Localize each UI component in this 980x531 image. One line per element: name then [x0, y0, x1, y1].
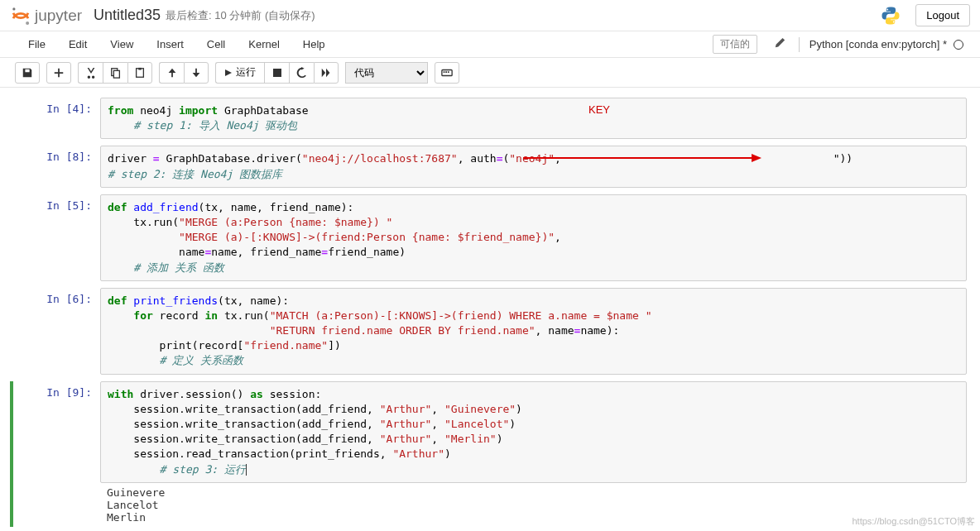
code-cell[interactable]: In [4]:from neo4j import GraphDatabase #…	[13, 98, 967, 139]
svg-marker-14	[752, 154, 761, 162]
menu-help[interactable]: Help	[291, 33, 337, 55]
cell-input[interactable]: from neo4j import GraphDatabase # step 1…	[100, 98, 967, 139]
kernel-name[interactable]: Python [conda env:pytorch] *	[809, 38, 947, 50]
svg-rect-7	[138, 67, 142, 69]
svg-point-1	[26, 21, 29, 24]
restart-button[interactable]	[289, 62, 314, 84]
menu-edit[interactable]: Edit	[57, 33, 98, 55]
cell-input[interactable]: def add_friend(tx, name, friend_name): t…	[100, 194, 967, 281]
cell-input[interactable]: driver = GraphDatabase.driver("neo4j://l…	[100, 146, 967, 187]
code-cell[interactable]: In [9]:with driver.session() as session:…	[10, 381, 967, 527]
logo[interactable]: jupyter	[10, 5, 82, 26]
run-all-button[interactable]	[314, 62, 339, 84]
menu-insert[interactable]: Insert	[145, 33, 195, 55]
code-cell[interactable]: In [8]:driver = GraphDatabase.driver("ne…	[13, 146, 967, 187]
run-button[interactable]: 运行	[215, 62, 264, 84]
divider	[799, 37, 800, 52]
svg-rect-8	[273, 69, 281, 77]
svg-point-2	[887, 8, 889, 10]
notebook-area: In [4]:from neo4j import GraphDatabase #…	[0, 88, 980, 531]
trusted-badge[interactable]: 可信的	[713, 35, 757, 54]
checkpoint-status: 最后检查: 10 分钟前 (自动保存)	[166, 8, 315, 23]
svg-point-0	[12, 7, 15, 10]
code-cell[interactable]: In [6]:def print_friends(tx, name): for …	[13, 288, 967, 375]
cell-prompt: In [9]:	[13, 381, 100, 527]
cut-button[interactable]	[78, 62, 103, 84]
python-icon	[881, 6, 901, 26]
text-cursor	[246, 464, 247, 476]
cell-input[interactable]: with driver.session() as session: sessio…	[100, 381, 967, 483]
svg-rect-5	[113, 70, 119, 78]
svg-rect-11	[445, 71, 447, 73]
cell-prompt: In [8]:	[13, 146, 100, 187]
edit-icon[interactable]	[774, 37, 785, 51]
move-up-button[interactable]	[159, 62, 184, 84]
menu-cell[interactable]: Cell	[195, 33, 237, 55]
save-button[interactable]	[15, 62, 40, 84]
stop-button[interactable]	[264, 62, 289, 84]
key-annotation-label: KEY	[588, 103, 610, 116]
menu-kernel[interactable]: Kernel	[237, 33, 291, 55]
logout-button[interactable]: Logout	[915, 4, 970, 26]
command-palette-button[interactable]	[435, 62, 459, 84]
cell-type-select[interactable]: 代码	[345, 62, 428, 84]
header: jupyter Untitled35 最后检查: 10 分钟前 (自动保存) L…	[0, 0, 980, 31]
watermark: https://blog.csdn@51CTO博客	[852, 515, 975, 528]
paste-button[interactable]	[127, 62, 152, 84]
move-down-button[interactable]	[184, 62, 209, 84]
cell-prompt: In [4]:	[13, 98, 100, 139]
svg-point-3	[893, 21, 895, 22]
jupyter-icon	[10, 5, 31, 26]
toolbar: 运行 代码	[0, 58, 980, 88]
cell-prompt: In [5]:	[13, 194, 100, 281]
cell-input[interactable]: def print_friends(tx, name): for record …	[100, 288, 967, 375]
kernel-status-icon	[954, 40, 963, 50]
menubar: FileEditViewInsertCellKernelHelp 可信的 Pyt…	[0, 31, 980, 58]
arrow-annotation	[523, 151, 763, 165]
notebook-title[interactable]: Untitled35	[94, 7, 161, 24]
cell-prompt: In [6]:	[13, 288, 100, 375]
add-cell-button[interactable]	[46, 62, 71, 84]
menu-view[interactable]: View	[98, 33, 145, 55]
copy-button[interactable]	[103, 62, 127, 84]
logo-text: jupyter	[35, 7, 82, 25]
svg-rect-10	[444, 71, 445, 73]
menu-file[interactable]: File	[17, 33, 57, 55]
cell-output: Guinevere Lancelot Merlin	[100, 483, 967, 527]
svg-rect-12	[448, 71, 449, 73]
code-cell[interactable]: In [5]:def add_friend(tx, name, friend_n…	[13, 194, 967, 281]
